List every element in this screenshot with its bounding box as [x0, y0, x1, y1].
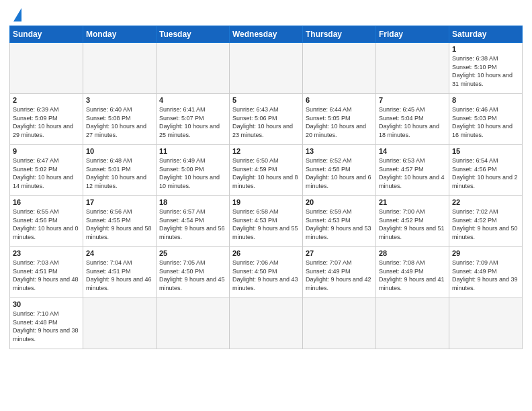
day-number: 14 [379, 147, 446, 155]
day-info: Sunrise: 6:38 AM Sunset: 5:10 PM Dayligh… [452, 54, 519, 88]
calendar-header-row: SundayMondayTuesdayWednesdayThursdayFrid… [10, 26, 523, 43]
day-info: Sunrise: 6:40 AM Sunset: 5:08 PM Dayligh… [86, 105, 153, 139]
day-info: Sunrise: 6:45 AM Sunset: 5:04 PM Dayligh… [379, 105, 446, 139]
calendar-cell: 11Sunrise: 6:49 AM Sunset: 5:00 PM Dayli… [157, 145, 230, 196]
calendar-cell [303, 298, 376, 349]
calendar-cell: 5Sunrise: 6:43 AM Sunset: 5:06 PM Daylig… [230, 94, 303, 145]
calendar-cell: 22Sunrise: 7:02 AM Sunset: 4:52 PM Dayli… [449, 196, 523, 247]
day-number: 29 [452, 249, 519, 257]
weekday-header-monday: Monday [83, 26, 157, 43]
calendar-cell [83, 298, 157, 349]
day-info: Sunrise: 6:53 AM Sunset: 4:57 PM Dayligh… [379, 156, 446, 190]
day-number: 7 [379, 96, 446, 104]
calendar-cell: 13Sunrise: 6:52 AM Sunset: 4:58 PM Dayli… [303, 145, 376, 196]
day-info: Sunrise: 6:58 AM Sunset: 4:53 PM Dayligh… [232, 208, 300, 241]
calendar-cell: 3Sunrise: 6:40 AM Sunset: 5:08 PM Daylig… [83, 94, 157, 145]
calendar-cell [376, 298, 449, 349]
day-number: 3 [86, 96, 153, 104]
day-number: 1 [452, 45, 519, 53]
day-number: 10 [86, 147, 153, 155]
calendar-cell: 12Sunrise: 6:50 AM Sunset: 4:59 PM Dayli… [230, 145, 303, 196]
calendar-cell: 21Sunrise: 7:00 AM Sunset: 4:52 PM Dayli… [376, 196, 449, 247]
day-number: 22 [452, 198, 519, 206]
calendar-cell [230, 298, 303, 349]
day-number: 9 [13, 147, 80, 155]
calendar-cell: 9Sunrise: 6:47 AM Sunset: 5:02 PM Daylig… [10, 145, 83, 196]
calendar-cell: 28Sunrise: 7:08 AM Sunset: 4:49 PM Dayli… [376, 247, 449, 298]
day-info: Sunrise: 7:04 AM Sunset: 4:51 PM Dayligh… [86, 259, 153, 292]
day-info: Sunrise: 6:56 AM Sunset: 4:55 PM Dayligh… [86, 208, 153, 241]
calendar-cell: 18Sunrise: 6:57 AM Sunset: 4:54 PM Dayli… [157, 196, 230, 247]
calendar-cell [10, 43, 83, 94]
calendar-cell [449, 298, 523, 349]
day-number: 16 [13, 198, 80, 206]
day-info: Sunrise: 6:49 AM Sunset: 5:00 PM Dayligh… [159, 156, 226, 190]
calendar-cell [157, 298, 230, 349]
day-number: 15 [452, 147, 519, 155]
day-info: Sunrise: 7:07 AM Sunset: 4:49 PM Dayligh… [306, 259, 373, 292]
day-info: Sunrise: 7:10 AM Sunset: 4:48 PM Dayligh… [13, 310, 80, 343]
day-info: Sunrise: 6:39 AM Sunset: 5:09 PM Dayligh… [13, 105, 80, 139]
calendar-cell: 16Sunrise: 6:55 AM Sunset: 4:56 PM Dayli… [10, 196, 83, 247]
day-number: 27 [306, 249, 373, 257]
calendar-week-row: 1Sunrise: 6:38 AM Sunset: 5:10 PM Daylig… [10, 43, 523, 94]
calendar-cell: 29Sunrise: 7:09 AM Sunset: 4:49 PM Dayli… [449, 247, 523, 298]
calendar-cell [376, 43, 449, 94]
day-number: 6 [306, 96, 373, 104]
day-number: 30 [13, 300, 80, 308]
day-info: Sunrise: 6:50 AM Sunset: 4:59 PM Dayligh… [232, 156, 300, 190]
day-info: Sunrise: 7:06 AM Sunset: 4:50 PM Dayligh… [232, 259, 300, 292]
day-number: 11 [159, 147, 226, 155]
day-info: Sunrise: 6:41 AM Sunset: 5:07 PM Dayligh… [159, 105, 226, 139]
calendar-cell: 30Sunrise: 7:10 AM Sunset: 4:48 PM Dayli… [10, 298, 83, 349]
calendar-week-row: 23Sunrise: 7:03 AM Sunset: 4:51 PM Dayli… [10, 247, 523, 298]
calendar-cell: 26Sunrise: 7:06 AM Sunset: 4:50 PM Dayli… [230, 247, 303, 298]
day-number: 26 [232, 249, 300, 257]
day-number: 18 [159, 198, 226, 206]
day-info: Sunrise: 6:43 AM Sunset: 5:06 PM Dayligh… [232, 105, 300, 139]
day-number: 13 [306, 147, 373, 155]
day-info: Sunrise: 6:54 AM Sunset: 4:56 PM Dayligh… [452, 156, 519, 190]
day-number: 12 [232, 147, 300, 155]
calendar-cell: 2Sunrise: 6:39 AM Sunset: 5:09 PM Daylig… [10, 94, 83, 145]
day-number: 19 [232, 198, 300, 206]
calendar-cell [303, 43, 376, 94]
day-number: 25 [159, 249, 226, 257]
day-number: 5 [232, 96, 300, 104]
day-number: 20 [306, 198, 373, 206]
calendar-cell: 14Sunrise: 6:53 AM Sunset: 4:57 PM Dayli… [376, 145, 449, 196]
day-info: Sunrise: 6:48 AM Sunset: 5:01 PM Dayligh… [86, 156, 153, 190]
day-info: Sunrise: 7:05 AM Sunset: 4:50 PM Dayligh… [159, 259, 226, 292]
weekday-header-thursday: Thursday [303, 26, 376, 43]
day-number: 4 [159, 96, 226, 104]
day-info: Sunrise: 6:55 AM Sunset: 4:56 PM Dayligh… [13, 208, 80, 241]
calendar-cell [230, 43, 303, 94]
calendar-cell: 4Sunrise: 6:41 AM Sunset: 5:07 PM Daylig… [157, 94, 230, 145]
calendar-week-row: 9Sunrise: 6:47 AM Sunset: 5:02 PM Daylig… [10, 145, 523, 196]
calendar-cell: 17Sunrise: 6:56 AM Sunset: 4:55 PM Dayli… [83, 196, 157, 247]
day-number: 23 [13, 249, 80, 257]
calendar-cell: 27Sunrise: 7:07 AM Sunset: 4:49 PM Dayli… [303, 247, 376, 298]
day-number: 17 [86, 198, 153, 206]
calendar-table: SundayMondayTuesdayWednesdayThursdayFrid… [9, 26, 523, 349]
header [9, 7, 523, 21]
weekday-header-wednesday: Wednesday [230, 26, 303, 43]
calendar-cell: 20Sunrise: 6:59 AM Sunset: 4:53 PM Dayli… [303, 196, 376, 247]
calendar-week-row: 16Sunrise: 6:55 AM Sunset: 4:56 PM Dayli… [10, 196, 523, 247]
logo [9, 7, 21, 21]
day-info: Sunrise: 6:59 AM Sunset: 4:53 PM Dayligh… [306, 208, 373, 241]
calendar-cell: 24Sunrise: 7:04 AM Sunset: 4:51 PM Dayli… [83, 247, 157, 298]
day-info: Sunrise: 6:57 AM Sunset: 4:54 PM Dayligh… [159, 208, 226, 241]
calendar-week-row: 30Sunrise: 7:10 AM Sunset: 4:48 PM Dayli… [10, 298, 523, 349]
calendar-cell [83, 43, 157, 94]
weekday-header-tuesday: Tuesday [157, 26, 230, 43]
day-number: 8 [452, 96, 519, 104]
calendar-cell: 1Sunrise: 6:38 AM Sunset: 5:10 PM Daylig… [449, 43, 523, 94]
calendar-cell: 19Sunrise: 6:58 AM Sunset: 4:53 PM Dayli… [230, 196, 303, 247]
day-info: Sunrise: 6:52 AM Sunset: 4:58 PM Dayligh… [306, 156, 373, 190]
day-info: Sunrise: 6:47 AM Sunset: 5:02 PM Dayligh… [13, 156, 80, 190]
logo-triangle-icon [13, 8, 21, 21]
weekday-header-sunday: Sunday [10, 26, 83, 43]
day-number: 28 [379, 249, 446, 257]
calendar-week-row: 2Sunrise: 6:39 AM Sunset: 5:09 PM Daylig… [10, 94, 523, 145]
